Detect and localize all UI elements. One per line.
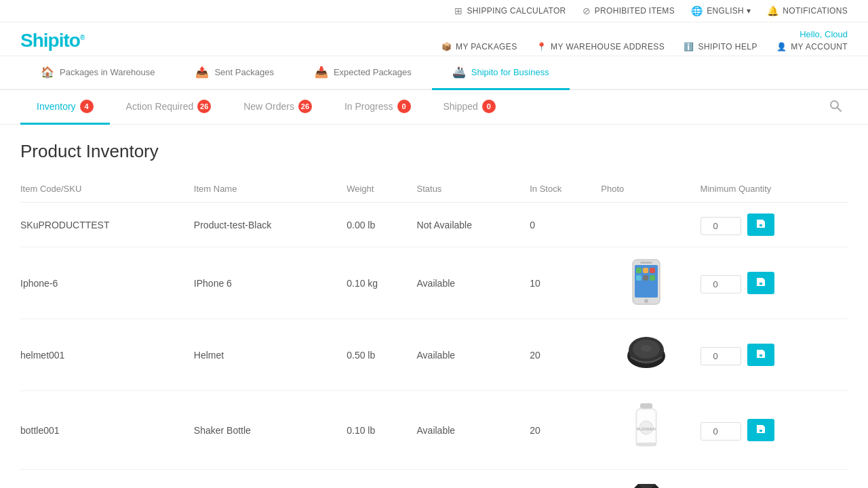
cell-weight: 0.50 lb — [347, 319, 416, 391]
cell-min-qty — [701, 470, 848, 489]
warehouse-icon: 🏠 — [41, 66, 54, 79]
tab-new-orders[interactable]: New Orders 26 — [227, 90, 328, 125]
table-row: helmet001 Helmet 0.50 lb Available 20 — [20, 319, 848, 391]
svg-line-1 — [837, 107, 842, 111]
col-name: Item Name — [194, 178, 347, 203]
nav-expected-packages[interactable]: 📥 Expected Packages — [294, 56, 432, 90]
table-row: bottle001 Shaker Bottle 0.10 lb Availabl… — [20, 391, 848, 470]
cell-status: Not Available — [417, 203, 530, 247]
top-bar: ⊞ SHIPPING CALCULATOR ⊘ PROHIBITED ITEMS… — [0, 0, 868, 22]
cell-weight: 0.00 lb — [347, 203, 416, 247]
cell-in-stock: 20 — [530, 391, 601, 470]
table-row: shirt001 Shirt 0.20 lb Available 20 ★ — [20, 470, 848, 489]
my-packages-link[interactable]: 📦 MY PACKAGES — [441, 42, 517, 52]
save-qty-button[interactable] — [747, 344, 774, 366]
location-icon: 📍 — [536, 42, 547, 52]
min-qty-input[interactable] — [701, 422, 741, 441]
cell-name: Shaker Bottle — [194, 391, 347, 470]
inventory-badge: 4 — [80, 100, 94, 113]
globe-icon: 🌐 — [691, 5, 703, 16]
svg-rect-4 — [640, 262, 652, 264]
save-icon — [755, 424, 766, 434]
language-selector[interactable]: 🌐 ENGLISH ▾ — [691, 5, 751, 16]
min-qty-input[interactable] — [701, 275, 741, 293]
cell-in-stock: 20 — [530, 470, 601, 489]
table-header-row: Item Code/SKU Item Name Weight Status In… — [20, 178, 848, 203]
inventory-table: Item Code/SKU Item Name Weight Status In… — [20, 178, 848, 488]
cell-sku: helmet001 — [20, 319, 194, 391]
cell-name: Product-test-Black — [194, 203, 347, 247]
warehouse-address-link[interactable]: 📍 MY WAREHOUSE ADDRESS — [536, 42, 665, 52]
svg-rect-16 — [640, 403, 652, 409]
nav-sent-packages[interactable]: 📤 Sent Packages — [175, 56, 294, 90]
search-icon — [829, 99, 842, 113]
save-qty-button[interactable] — [747, 419, 774, 441]
tab-in-progress[interactable]: In Progress 0 — [328, 90, 427, 125]
phone-image — [629, 258, 663, 306]
cell-sku: bottle001 — [20, 391, 194, 470]
save-qty-button[interactable] — [747, 214, 774, 236]
svg-rect-9 — [636, 275, 642, 281]
svg-point-5 — [644, 299, 648, 303]
header: Shipito® Hello, Cloud 📦 MY PACKAGES 📍 MY… — [0, 22, 868, 56]
cell-min-qty — [701, 391, 848, 470]
search-button[interactable] — [823, 94, 848, 121]
cell-sku: shirt001 — [20, 470, 194, 489]
expected-icon: 📥 — [315, 66, 328, 79]
svg-rect-8 — [650, 268, 655, 273]
info-icon: ℹ️ — [684, 42, 694, 52]
save-icon — [755, 218, 766, 229]
nav-packages-warehouse[interactable]: 🏠 Packages in Warehouse — [20, 56, 175, 90]
cell-photo: ★ — [601, 470, 700, 489]
logo[interactable]: Shipito® — [20, 30, 84, 52]
cell-sku: SKuPRODUCTTEST — [20, 203, 194, 247]
sent-icon: 📤 — [195, 66, 209, 79]
cell-min-qty — [701, 319, 848, 391]
greeting: Hello, Cloud — [800, 29, 848, 39]
cell-weight: 0.10 lb — [347, 391, 416, 470]
cell-photo: BLENDER — [601, 391, 700, 470]
tab-shipped[interactable]: Shipped 0 — [427, 90, 512, 125]
cell-sku: Iphone-6 — [20, 247, 194, 319]
calculator-icon: ⊞ — [454, 5, 462, 16]
shipping-calculator-link[interactable]: ⊞ SHIPPING CALCULATOR — [454, 5, 566, 16]
svg-rect-11 — [650, 275, 655, 281]
my-account-link[interactable]: 👤 MY ACCOUNT — [776, 42, 848, 52]
tab-inventory[interactable]: Inventory 4 — [20, 90, 110, 125]
header-right: Hello, Cloud 📦 MY PACKAGES 📍 MY WAREHOUS… — [441, 29, 848, 52]
tab-action-required[interactable]: Action Required 26 — [110, 90, 228, 125]
shirt-image: ★ — [625, 481, 669, 488]
table-row: SKuPRODUCTTEST Product-test-Black 0.00 l… — [20, 203, 848, 247]
sub-nav: Inventory 4 Action Required 26 New Order… — [0, 90, 868, 125]
col-status: Status — [417, 178, 530, 203]
cell-min-qty — [701, 203, 848, 247]
svg-rect-21 — [636, 443, 656, 446]
cell-min-qty — [701, 247, 848, 319]
col-sku: Item Code/SKU — [20, 178, 194, 203]
col-min-qty: Minimum Quantity — [701, 178, 848, 203]
cell-status: Available — [417, 391, 530, 470]
cell-name: IPhone 6 — [194, 247, 347, 319]
col-photo: Photo — [601, 178, 700, 203]
nav-business[interactable]: 🚢 Shipito for Business — [432, 56, 570, 90]
cell-weight: 0.10 kg — [347, 247, 416, 319]
cell-status: Available — [417, 247, 530, 319]
shipito-help-link[interactable]: ℹ️ SHIPITO HELP — [684, 42, 757, 52]
notifications-link[interactable]: 🔔 NOTIFICATIONS — [767, 5, 848, 16]
save-qty-button[interactable] — [747, 272, 774, 294]
shipped-badge: 0 — [482, 100, 496, 113]
main-nav: 🏠 Packages in Warehouse 📤 Sent Packages … — [0, 56, 868, 90]
helmet-image — [623, 330, 670, 378]
prohibited-items-link[interactable]: ⊘ PROHIBITED ITEMS — [583, 5, 675, 16]
cell-weight: 0.20 lb — [347, 470, 416, 489]
bottle-image: BLENDER — [629, 402, 663, 456]
prohibited-icon: ⊘ — [583, 5, 591, 16]
svg-rect-7 — [643, 268, 648, 273]
bell-icon: 🔔 — [767, 5, 778, 16]
cell-in-stock: 20 — [530, 319, 601, 391]
min-qty-input[interactable] — [701, 217, 741, 235]
min-qty-input[interactable] — [701, 347, 741, 365]
col-weight: Weight — [347, 178, 416, 203]
cell-photo — [601, 319, 700, 391]
header-nav: 📦 MY PACKAGES 📍 MY WAREHOUSE ADDRESS ℹ️ … — [441, 42, 848, 52]
